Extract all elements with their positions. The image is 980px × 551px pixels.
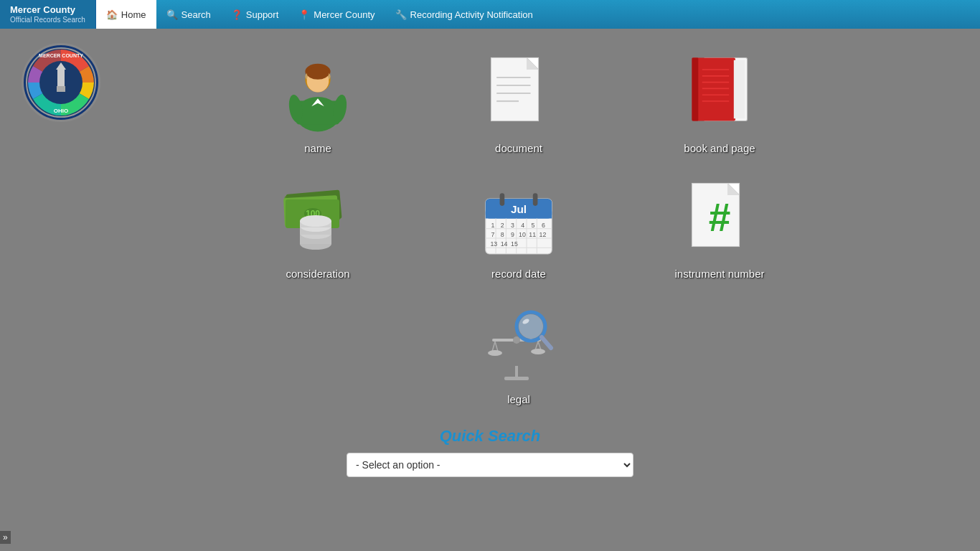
- nav-mercer-label: Mercer County: [314, 9, 374, 20]
- calendar-icon: Jul 1 2 3 4: [479, 183, 558, 262]
- book-icon: [680, 57, 759, 136]
- county-logo: OHIO MERCER COUNTY: [22, 43, 100, 122]
- legal-label: legal: [507, 393, 530, 405]
- svg-point-46: [300, 215, 331, 227]
- name-icon: [278, 57, 357, 136]
- logo-svg: OHIO MERCER COUNTY: [25, 47, 97, 118]
- icon-cell-instrument[interactable]: # instrument number: [648, 176, 791, 287]
- map-pin-icon: 📍: [298, 9, 310, 20]
- navbar-brand[interactable]: Mercer County Official Records Search: [0, 0, 96, 29]
- navbar-nav: 🏠 Home 🔍 Search ❓ Support 📍 Mercer Count…: [96, 0, 543, 29]
- quick-search-section: Quick Search - Select an option -: [0, 427, 980, 477]
- svg-point-11: [307, 67, 329, 80]
- svg-rect-2: [57, 68, 65, 88]
- svg-text:9: 9: [511, 231, 514, 238]
- svg-rect-4: [57, 86, 65, 92]
- svg-point-89: [531, 349, 545, 354]
- icon-grid: name document: [246, 50, 791, 413]
- svg-text:15: 15: [511, 240, 518, 248]
- icon-cell-consideration[interactable]: 100 consideration: [246, 176, 390, 287]
- logo-container: OHIO MERCER COUNTY: [22, 43, 100, 122]
- svg-line-93: [542, 337, 551, 348]
- consideration-label: consideration: [286, 268, 349, 280]
- document-label: document: [495, 142, 542, 154]
- svg-line-85: [495, 342, 498, 352]
- svg-text:7: 7: [491, 231, 495, 238]
- icon-cell-record-date[interactable]: Jul 1 2 3 4: [447, 176, 590, 287]
- instrument-icon: #: [680, 183, 759, 262]
- question-icon: ❓: [231, 9, 242, 20]
- svg-text:Jul: Jul: [511, 203, 527, 215]
- side-expand-arrow[interactable]: »: [0, 531, 11, 544]
- icon-cell-name[interactable]: name: [246, 50, 390, 161]
- svg-text:14: 14: [501, 240, 508, 248]
- main-content: OHIO MERCER COUNTY: [0, 29, 980, 491]
- svg-rect-25: [692, 57, 736, 121]
- nav-support[interactable]: ❓ Support: [221, 0, 289, 29]
- navbar: Mercer County Official Records Search 🏠 …: [0, 0, 980, 29]
- quick-search-title: Quick Search: [440, 427, 541, 446]
- svg-text:OHIO: OHIO: [54, 108, 68, 114]
- icon-cell-book[interactable]: book and page: [648, 50, 791, 161]
- nav-support-label: Support: [246, 9, 279, 20]
- nav-search-label: Search: [182, 9, 211, 20]
- svg-text:10: 10: [519, 231, 526, 238]
- consideration-icon: 100: [278, 183, 357, 262]
- svg-text:3: 3: [511, 222, 514, 229]
- record-date-label: record date: [491, 268, 546, 280]
- svg-text:4: 4: [521, 222, 524, 229]
- brand-subtitle: Official Records Search: [10, 16, 85, 24]
- svg-text:2: 2: [501, 222, 504, 229]
- svg-text:13: 13: [490, 240, 497, 248]
- svg-text:5: 5: [532, 222, 535, 229]
- legal-icon: [479, 309, 558, 387]
- svg-rect-81: [504, 377, 529, 380]
- svg-rect-26: [692, 57, 699, 121]
- icon-cell-document[interactable]: document: [447, 50, 590, 161]
- svg-text:12: 12: [540, 231, 547, 238]
- svg-rect-27: [734, 60, 745, 118]
- home-icon: 🏠: [106, 9, 118, 20]
- nav-mercer-county[interactable]: 📍 Mercer County: [288, 0, 385, 29]
- svg-point-86: [488, 350, 502, 356]
- document-icon: [479, 57, 558, 136]
- svg-rect-51: [500, 193, 505, 206]
- search-icon: 🔍: [166, 9, 178, 20]
- nav-search[interactable]: 🔍 Search: [156, 0, 221, 29]
- svg-text:#: #: [709, 194, 731, 239]
- icon-cell-legal[interactable]: legal: [447, 301, 590, 413]
- instrument-label: instrument number: [674, 268, 764, 280]
- svg-text:6: 6: [542, 222, 545, 229]
- name-label: name: [304, 142, 331, 154]
- svg-text:MERCER COUNTY: MERCER COUNTY: [39, 53, 83, 58]
- nav-home-label: Home: [121, 9, 146, 20]
- svg-rect-52: [533, 193, 538, 206]
- svg-point-83: [513, 336, 520, 344]
- svg-point-91: [519, 314, 543, 339]
- brand-title: Mercer County: [10, 4, 85, 16]
- nav-home[interactable]: 🏠 Home: [96, 0, 156, 29]
- wrench-icon: 🔧: [395, 9, 407, 20]
- svg-line-84: [492, 342, 495, 352]
- svg-text:11: 11: [529, 231, 536, 238]
- svg-text:1: 1: [491, 222, 495, 229]
- quick-search-select[interactable]: - Select an option -: [347, 453, 633, 477]
- nav-recording-label: Recording Activity Notification: [410, 9, 533, 20]
- book-label: book and page: [684, 142, 755, 154]
- svg-text:8: 8: [501, 231, 504, 238]
- nav-recording[interactable]: 🔧 Recording Activity Notification: [385, 0, 543, 29]
